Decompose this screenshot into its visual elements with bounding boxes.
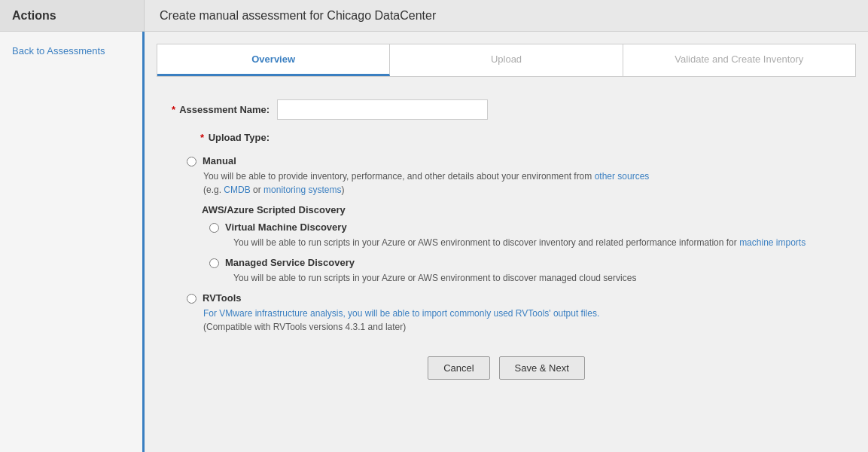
manual-option: Manual [187, 155, 841, 166]
asterisk-name: * [172, 104, 175, 115]
rvtools-radio[interactable] [187, 294, 196, 304]
managed-service-option: Managed Service Discovery [202, 257, 841, 268]
upload-type-label-text: * Upload Type: [172, 132, 277, 143]
rvtools-option: RVTools [187, 292, 841, 304]
assessment-name-row: * Assessment Name: [172, 99, 841, 120]
tab-validate[interactable]: Validate and Create Inventory [623, 44, 855, 76]
page-title: Create manual assessment for Chicago Dat… [160, 9, 436, 22]
rvtools-description: For VMware infrastructure analysis, you … [187, 307, 841, 334]
manual-label[interactable]: Manual [203, 155, 236, 166]
sidebar: Back to Assessments [0, 32, 145, 452]
tab-overview[interactable]: Overview [157, 44, 390, 76]
tab-upload[interactable]: Upload [390, 44, 623, 76]
managed-service-description: You will be able to run scripts in your … [202, 271, 841, 285]
sidebar-item-back-to-assessments[interactable]: Back to Assessments [0, 41, 142, 61]
rvtools-label[interactable]: RVTools [203, 292, 242, 304]
cancel-button[interactable]: Cancel [428, 356, 489, 380]
manual-desc-highlight1: other sources [595, 171, 650, 182]
assessment-name-input[interactable] [277, 99, 488, 120]
manual-desc-highlight3: monitoring systems [263, 185, 341, 195]
button-bar: Cancel Save & Next [172, 341, 841, 387]
vm-discovery-description: You will be able to run scripts in your … [202, 236, 841, 249]
tab-bar: Overview Upload Validate and Create Inve… [157, 44, 856, 77]
vm-discovery-label[interactable]: Virtual Machine Discovery [225, 221, 347, 233]
vm-discovery-option: Virtual Machine Discovery [202, 221, 841, 233]
scripted-group-title: AWS/Azure Scripted Discovery [202, 204, 841, 215]
vm-discovery-radio[interactable] [209, 223, 219, 233]
form-section: * Assessment Name: * Upload Type: [157, 92, 856, 395]
content-area: Overview Upload Validate and Create Inve… [145, 32, 868, 452]
vm-desc-highlight: machine imports [739, 237, 806, 248]
scripted-group: AWS/Azure Scripted Discovery Virtual Mac… [187, 204, 841, 285]
rvtools-desc-highlight1: For VMware infrastructure analysis, you … [203, 308, 599, 319]
managed-service-label[interactable]: Managed Service Discovery [225, 257, 355, 268]
managed-service-radio[interactable] [209, 258, 219, 268]
manual-desc-highlight2: CMDB [224, 185, 250, 195]
manual-radio[interactable] [187, 157, 196, 166]
asterisk-upload: * [200, 132, 204, 143]
actions-header-label: Actions [12, 9, 56, 23]
assessment-name-label: * Assessment Name: [172, 104, 277, 115]
manual-description: You will be able to provide inventory, p… [187, 170, 841, 197]
save-next-button[interactable]: Save & Next [499, 356, 585, 380]
upload-type-section: Manual You will be able to provide inven… [172, 155, 841, 334]
upload-type-row: * Upload Type: [172, 132, 841, 143]
